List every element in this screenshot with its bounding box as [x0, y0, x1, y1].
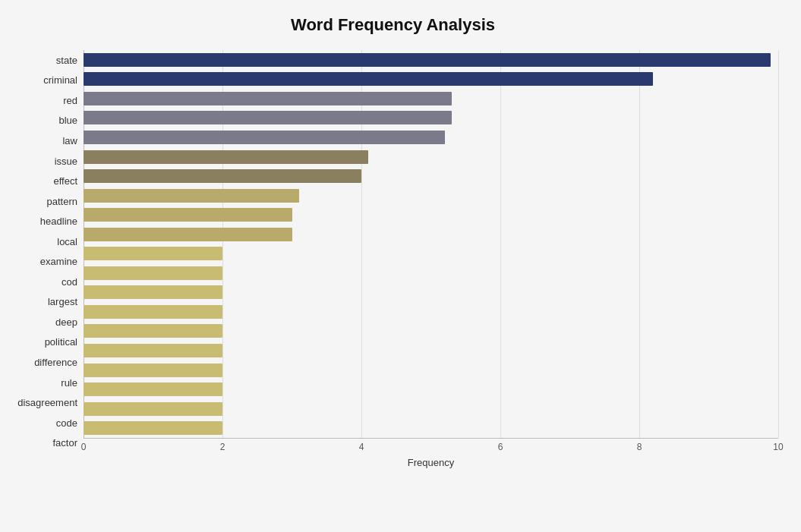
bar [84, 228, 292, 241]
y-axis-labels: statecriminalredbluelawissueeffectpatter… [8, 50, 84, 476]
x-tick-label: 10 [773, 442, 783, 452]
x-tick-label: 0 [81, 442, 87, 452]
bar-row [84, 89, 771, 109]
bar [84, 266, 222, 280]
bar [84, 131, 445, 144]
bar [84, 208, 292, 222]
bar [84, 72, 653, 86]
bar-row [84, 263, 771, 283]
bars-grid-area [84, 50, 778, 438]
bar-row [84, 166, 771, 186]
bar [84, 92, 452, 105]
bar-row [84, 127, 771, 147]
y-label: law [62, 131, 77, 150]
bar-row [84, 379, 771, 399]
bar [84, 247, 222, 260]
y-label: local [57, 231, 77, 251]
bar [84, 364, 222, 377]
y-label: blue [58, 111, 77, 131]
y-label: issue [55, 151, 77, 171]
y-label: examine [40, 252, 77, 272]
bar [84, 305, 222, 319]
x-tick-label: 4 [359, 442, 364, 452]
x-tick-label: 2 [220, 442, 225, 452]
bar [84, 111, 452, 124]
y-label: criminal [43, 71, 77, 90]
x-tick-label: 8 [637, 442, 642, 452]
bar [84, 344, 222, 357]
bar-row [84, 322, 771, 342]
bar-row [84, 360, 771, 380]
x-tick-label: 6 [498, 442, 503, 452]
bar [84, 285, 222, 299]
bar [84, 421, 222, 435]
y-label: disagreement [17, 393, 77, 413]
bar-row [84, 70, 771, 90]
chart-title: Word Frequency Analysis [8, 15, 778, 35]
bar-row [84, 50, 771, 70]
bar [84, 402, 222, 416]
y-label: cod [61, 272, 77, 291]
y-label: largest [48, 292, 77, 312]
bar [84, 324, 222, 338]
y-label: rule [61, 373, 77, 392]
bar [84, 150, 368, 164]
x-axis: 0246810 Frequency [84, 438, 778, 476]
x-axis-label: Frequency [84, 457, 778, 468]
bar-row [84, 302, 771, 322]
bar [84, 189, 299, 203]
bar-row [84, 244, 771, 263]
bar-row [84, 147, 771, 167]
chart-container: Word Frequency Analysis statecriminalred… [0, 0, 801, 532]
y-label: state [56, 50, 77, 70]
bar-row [84, 341, 771, 360]
y-label: factor [52, 433, 77, 453]
y-label: deep [55, 312, 77, 332]
bar-row [84, 283, 771, 303]
grid-line [778, 50, 779, 438]
bar-row [84, 399, 771, 419]
y-label: pattern [47, 191, 77, 211]
bar-row [84, 225, 771, 244]
bar [84, 382, 222, 396]
bar-row [84, 205, 771, 225]
y-label: red [63, 90, 77, 110]
bar-row [84, 418, 771, 438]
y-label: code [56, 413, 77, 433]
y-label: effect [53, 172, 77, 191]
bar [84, 53, 771, 67]
bar-row [84, 109, 771, 128]
y-label: difference [34, 352, 77, 372]
y-label: political [45, 332, 77, 352]
y-label: headline [40, 212, 77, 231]
bar [84, 169, 361, 183]
bar-row [84, 186, 771, 206]
